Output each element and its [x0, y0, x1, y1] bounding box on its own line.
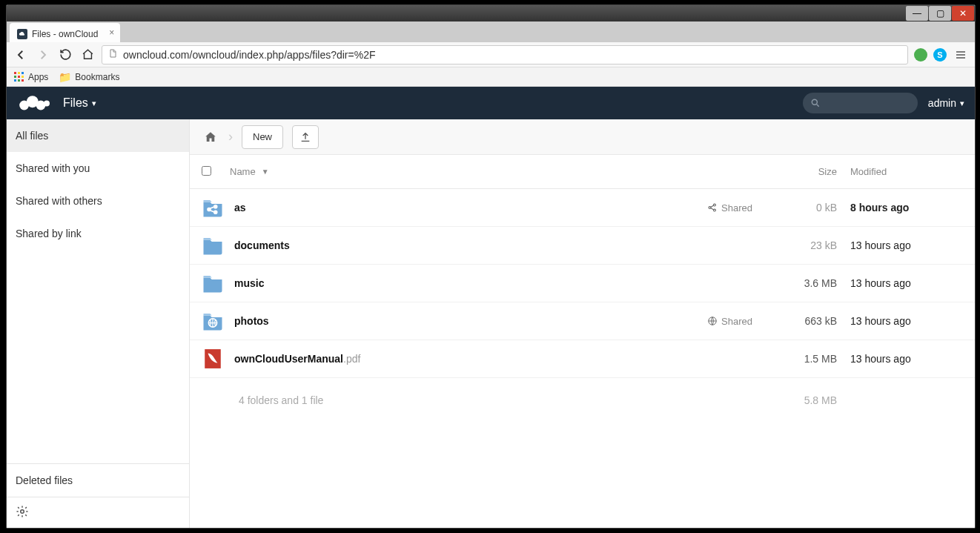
file-name: photos — [234, 315, 269, 327]
shared-indicator[interactable]: Shared — [707, 316, 778, 327]
table-row[interactable]: music3.6 MB13 hours ago — [190, 265, 975, 302]
table-row[interactable]: photosShared663 kB13 hours ago — [190, 302, 975, 340]
dropdown-icon: ▾ — [92, 99, 96, 108]
file-size: 663 kB — [778, 315, 837, 327]
breadcrumb-home[interactable] — [202, 128, 219, 146]
apps-grid-icon — [14, 72, 24, 82]
file-modified: 13 hours ago — [837, 239, 963, 251]
table-row[interactable]: asShared0 kB8 hours ago — [190, 189, 975, 227]
breadcrumb-bar: › New — [190, 119, 975, 155]
window-maximize-button[interactable]: ▢ — [929, 6, 951, 21]
app-switcher[interactable]: Files ▾ — [63, 96, 96, 110]
gear-icon — [16, 505, 29, 518]
file-modified: 13 hours ago — [837, 277, 963, 289]
search-input[interactable] — [803, 93, 918, 113]
table-row[interactable]: ownCloudUserManual.pdf1.5 MB13 hours ago — [190, 340, 975, 378]
file-type-icon — [202, 310, 224, 332]
new-button[interactable]: New — [242, 125, 283, 149]
back-button[interactable] — [13, 47, 29, 63]
forward-button[interactable] — [35, 47, 51, 63]
summary-size: 5.8 MB — [778, 394, 837, 406]
tab-close-icon[interactable]: × — [109, 27, 114, 38]
oc-header: Files ▾ admin ▾ — [7, 87, 975, 119]
file-name: ownCloudUserManual.pdf — [234, 353, 360, 365]
svg-point-5 — [21, 510, 24, 514]
browser-toolbar: owncloud.com/owncloud/index.php/apps/fil… — [7, 42, 975, 67]
url-bar[interactable]: owncloud.com/owncloud/index.php/apps/fil… — [102, 45, 908, 64]
browser-tab-title: Files - ownCloud — [32, 29, 98, 39]
upload-button[interactable] — [292, 125, 319, 149]
sidebar-item-shared-by-link[interactable]: Shared by link — [7, 217, 189, 250]
window-minimize-button[interactable]: — — [906, 6, 928, 21]
extension-skype-icon[interactable]: S — [933, 48, 947, 62]
upload-icon — [299, 131, 311, 143]
sidebar-item-shared-with-you[interactable]: Shared with you — [7, 152, 189, 185]
breadcrumb-separator-icon: › — [228, 129, 233, 145]
file-size: 3.6 MB — [778, 277, 837, 289]
file-type-icon — [202, 272, 224, 294]
file-type-icon — [202, 196, 224, 219]
sort-indicator-icon: ▼ — [262, 168, 269, 176]
sidebar-settings-button[interactable] — [7, 497, 189, 528]
table-row[interactable]: documents23 kB13 hours ago — [190, 227, 975, 265]
reload-button[interactable] — [57, 47, 73, 63]
file-modified: 13 hours ago — [837, 353, 963, 365]
file-name: as — [234, 202, 246, 213]
bookmark-bar: Apps 📁 Bookmarks — [7, 67, 975, 87]
svg-point-4 — [812, 99, 817, 105]
search-icon — [810, 98, 821, 108]
summary-text: 4 folders and 1 file — [202, 394, 707, 406]
home-icon — [204, 130, 217, 144]
file-size: 0 kB — [778, 202, 837, 213]
column-header-size[interactable]: Size — [778, 166, 837, 177]
dropdown-icon: ▾ — [960, 99, 964, 108]
svg-point-2 — [36, 100, 46, 110]
browser-menu-button[interactable] — [953, 47, 969, 63]
file-size: 23 kB — [778, 239, 837, 251]
file-name: music — [234, 277, 264, 289]
browser-tabstrip: Files - ownCloud × — [7, 21, 975, 42]
os-titlebar: — ▢ ✕ — [7, 5, 975, 21]
user-name-label: admin — [928, 97, 956, 109]
file-type-icon — [202, 348, 224, 370]
sidebar-item-all-files[interactable]: All files — [7, 119, 189, 152]
file-name: documents — [234, 239, 290, 251]
url-text: owncloud.com/owncloud/index.php/apps/fil… — [123, 49, 375, 61]
bookmarks-label: Bookmarks — [75, 72, 119, 82]
column-header-modified[interactable]: Modified — [837, 166, 963, 177]
file-modified: 8 hours ago — [837, 202, 963, 213]
browser-tab-active[interactable]: Files - ownCloud × — [10, 23, 120, 42]
svg-point-3 — [44, 100, 50, 106]
page-icon — [108, 48, 117, 61]
apps-label: Apps — [28, 72, 48, 82]
sidebar-item-shared-with-others[interactable]: Shared with others — [7, 185, 189, 217]
folder-icon: 📁 — [59, 71, 71, 83]
table-header: Name ▼ Size Modified — [190, 155, 975, 189]
sidebar: All files Shared with you Shared with ot… — [7, 119, 190, 528]
column-header-name[interactable]: Name ▼ — [225, 166, 707, 177]
table-summary: 4 folders and 1 file 5.8 MB — [190, 378, 975, 423]
owncloud-favicon-icon — [17, 29, 27, 39]
bookmarks-folder[interactable]: 📁 Bookmarks — [59, 71, 119, 83]
file-modified: 13 hours ago — [837, 315, 963, 327]
window-close-button[interactable]: ✕ — [952, 6, 974, 21]
column-name-label: Name — [230, 166, 256, 177]
extension-green-icon[interactable] — [914, 48, 927, 62]
select-all-checkbox[interactable] — [202, 166, 211, 176]
user-menu[interactable]: admin ▾ — [928, 97, 964, 109]
sidebar-item-deleted-files[interactable]: Deleted files — [7, 464, 189, 497]
main-content: › New Name ▼ Size Modified asS — [190, 119, 975, 528]
home-button[interactable] — [79, 47, 96, 63]
owncloud-logo-icon[interactable] — [17, 93, 53, 114]
app-name-label: Files — [63, 96, 88, 110]
file-size: 1.5 MB — [778, 353, 837, 365]
shared-indicator[interactable]: Shared — [707, 202, 778, 213]
file-type-icon — [202, 234, 224, 256]
apps-shortcut[interactable]: Apps — [14, 72, 48, 82]
